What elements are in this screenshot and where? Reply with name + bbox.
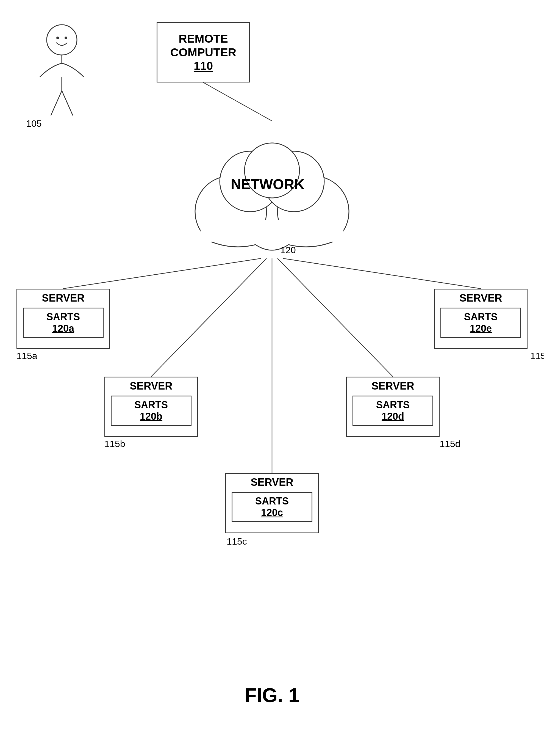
- figure-label: FIG. 1: [0, 684, 544, 707]
- svg-point-0: [47, 25, 77, 55]
- server-115b-box: SERVER SARTS 120b: [104, 377, 198, 437]
- server-115c-sarts: SARTS 120c: [232, 492, 312, 522]
- server-115a-box: SERVER SARTS 120a: [16, 289, 110, 349]
- server-115d-box: SERVER SARTS 120d: [346, 377, 440, 437]
- server-115c-title: SERVER: [226, 474, 318, 490]
- server-115b-title: SERVER: [105, 377, 197, 393]
- server-115a-title: SERVER: [17, 289, 109, 305]
- diagram-container: 105 REMOTECOMPUTER 110 NETWORK 120 SERVE…: [0, 0, 544, 756]
- server-115a-sarts: SARTS 120a: [23, 308, 104, 338]
- server-115d-ref: 115d: [440, 438, 460, 449]
- server-115e-box: SERVER SARTS 120e: [434, 289, 528, 349]
- server-115e-sarts-label: SARTS: [447, 311, 515, 323]
- server-115a-sarts-id: 120a: [29, 323, 97, 334]
- svg-point-3: [228, 154, 316, 242]
- server-115e-ref: 115e: [530, 351, 544, 361]
- server-115d-sarts: SARTS 120d: [352, 396, 433, 426]
- svg-point-2: [65, 37, 67, 39]
- connections-svg: [0, 0, 544, 756]
- server-115a-sarts-label: SARTS: [29, 311, 97, 323]
- server-115d-sarts-label: SARTS: [359, 399, 427, 411]
- server-115b-ref: 115b: [104, 438, 125, 449]
- svg-point-1: [56, 37, 59, 39]
- server-115b-sarts: SARTS 120b: [111, 396, 192, 426]
- svg-line-14: [277, 258, 393, 377]
- server-115b-sarts-id: 120b: [117, 411, 185, 422]
- server-115a-ref: 115a: [16, 351, 37, 361]
- remote-computer-box: REMOTECOMPUTER 110: [157, 22, 250, 82]
- server-115c-ref: 115c: [227, 536, 247, 547]
- server-115d-title: SERVER: [347, 377, 439, 393]
- svg-line-15: [283, 258, 481, 289]
- server-115d-sarts-id: 120d: [359, 411, 427, 422]
- network-ref-label: 120: [280, 245, 296, 255]
- svg-rect-9: [201, 220, 343, 253]
- svg-line-11: [63, 258, 261, 289]
- remote-computer-id: 110: [194, 59, 213, 73]
- server-115c-box: SERVER SARTS 120c: [225, 473, 319, 533]
- person-label: 105: [26, 118, 42, 129]
- svg-line-12: [151, 258, 267, 377]
- server-115e-sarts: SARTS 120e: [440, 308, 521, 338]
- network-label: NETWORK: [231, 176, 305, 192]
- remote-computer-title: REMOTECOMPUTER: [170, 32, 236, 60]
- svg-line-10: [203, 82, 272, 121]
- server-115c-sarts-id: 120c: [238, 507, 306, 518]
- server-115c-sarts-label: SARTS: [238, 495, 306, 507]
- server-115e-sarts-id: 120e: [447, 323, 515, 334]
- server-115b-sarts-label: SARTS: [117, 399, 185, 411]
- server-115e-title: SERVER: [435, 289, 527, 305]
